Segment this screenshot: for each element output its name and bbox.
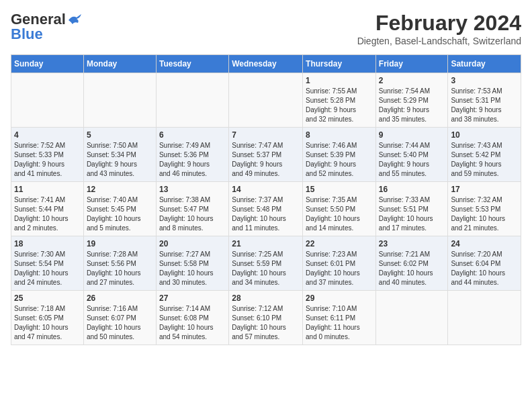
day-number: 27	[159, 293, 226, 303]
calendar-cell: 23Sunrise: 7:21 AM Sunset: 6:02 PM Dayli…	[375, 236, 448, 291]
calendar-cell: 27Sunrise: 7:14 AM Sunset: 6:08 PM Dayli…	[156, 291, 228, 345]
day-info: Sunrise: 7:47 AM Sunset: 5:37 PM Dayligh…	[232, 141, 300, 179]
calendar-week-row: 25Sunrise: 7:18 AM Sunset: 6:05 PM Dayli…	[11, 291, 521, 345]
calendar-cell: 28Sunrise: 7:12 AM Sunset: 6:10 PM Dayli…	[229, 291, 303, 345]
day-info: Sunrise: 7:44 AM Sunset: 5:40 PM Dayligh…	[379, 141, 445, 179]
day-number: 24	[451, 239, 518, 248]
day-info: Sunrise: 7:52 AM Sunset: 5:33 PM Dayligh…	[14, 141, 81, 179]
weekday-header-monday: Monday	[83, 55, 156, 73]
calendar-week-row: 18Sunrise: 7:30 AM Sunset: 5:54 PM Dayli…	[11, 236, 521, 291]
day-info: Sunrise: 7:41 AM Sunset: 5:44 PM Dayligh…	[14, 195, 81, 233]
day-info: Sunrise: 7:30 AM Sunset: 5:54 PM Dayligh…	[14, 250, 81, 287]
day-info: Sunrise: 7:27 AM Sunset: 5:58 PM Dayligh…	[159, 250, 226, 287]
day-number: 9	[379, 130, 445, 140]
calendar-cell: 14Sunrise: 7:37 AM Sunset: 5:48 PM Dayli…	[229, 182, 303, 236]
calendar-cell: 16Sunrise: 7:33 AM Sunset: 5:51 PM Dayli…	[375, 182, 448, 236]
day-info: Sunrise: 7:50 AM Sunset: 5:34 PM Dayligh…	[87, 141, 153, 179]
calendar-cell: 6Sunrise: 7:49 AM Sunset: 5:36 PM Daylig…	[156, 128, 228, 182]
calendar-cell	[156, 73, 228, 128]
day-info: Sunrise: 7:46 AM Sunset: 5:39 PM Dayligh…	[306, 141, 373, 179]
day-number: 2	[379, 76, 445, 85]
weekday-header-saturday: Saturday	[448, 55, 521, 73]
logo: General Blue	[11, 11, 82, 43]
calendar-week-row: 1Sunrise: 7:55 AM Sunset: 5:28 PM Daylig…	[11, 73, 521, 128]
calendar-cell: 10Sunrise: 7:43 AM Sunset: 5:42 PM Dayli…	[448, 128, 521, 182]
day-info: Sunrise: 7:43 AM Sunset: 5:42 PM Dayligh…	[451, 141, 518, 179]
day-number: 23	[379, 239, 445, 248]
day-info: Sunrise: 7:40 AM Sunset: 5:45 PM Dayligh…	[87, 195, 153, 233]
day-info: Sunrise: 7:33 AM Sunset: 5:51 PM Dayligh…	[379, 195, 445, 233]
day-number: 10	[451, 130, 518, 140]
day-info: Sunrise: 7:23 AM Sunset: 6:01 PM Dayligh…	[306, 250, 373, 287]
day-info: Sunrise: 7:14 AM Sunset: 6:08 PM Dayligh…	[159, 304, 226, 342]
calendar-cell: 9Sunrise: 7:44 AM Sunset: 5:40 PM Daylig…	[375, 128, 448, 182]
calendar-week-row: 4Sunrise: 7:52 AM Sunset: 5:33 PM Daylig…	[11, 128, 521, 182]
weekday-header-friday: Friday	[375, 55, 448, 73]
day-number: 14	[232, 185, 300, 194]
day-number: 26	[87, 293, 153, 303]
calendar-cell	[229, 73, 303, 128]
calendar-cell: 21Sunrise: 7:25 AM Sunset: 5:59 PM Dayli…	[229, 236, 303, 291]
day-number: 16	[379, 185, 445, 194]
day-info: Sunrise: 7:49 AM Sunset: 5:36 PM Dayligh…	[159, 141, 226, 179]
day-number: 29	[306, 293, 373, 303]
logo-bird-icon	[67, 13, 82, 26]
page-header: General Blue February 2024 Diegten, Base…	[11, 11, 521, 46]
day-number: 21	[232, 239, 300, 248]
calendar-cell: 19Sunrise: 7:28 AM Sunset: 5:56 PM Dayli…	[83, 236, 156, 291]
calendar-cell: 15Sunrise: 7:35 AM Sunset: 5:50 PM Dayli…	[303, 182, 376, 236]
day-number: 11	[14, 185, 81, 194]
calendar-cell: 5Sunrise: 7:50 AM Sunset: 5:34 PM Daylig…	[83, 128, 156, 182]
day-info: Sunrise: 7:18 AM Sunset: 6:05 PM Dayligh…	[14, 304, 81, 342]
day-number: 22	[306, 239, 373, 248]
day-number: 15	[306, 185, 373, 194]
calendar-cell	[11, 73, 84, 128]
logo-text-blue: Blue	[11, 26, 43, 43]
day-number: 1	[306, 76, 373, 85]
day-info: Sunrise: 7:55 AM Sunset: 5:28 PM Dayligh…	[306, 87, 373, 124]
calendar-cell: 22Sunrise: 7:23 AM Sunset: 6:01 PM Dayli…	[303, 236, 376, 291]
calendar-cell: 18Sunrise: 7:30 AM Sunset: 5:54 PM Dayli…	[11, 236, 84, 291]
day-number: 25	[14, 293, 81, 303]
calendar-cell: 7Sunrise: 7:47 AM Sunset: 5:37 PM Daylig…	[229, 128, 303, 182]
day-info: Sunrise: 7:54 AM Sunset: 5:29 PM Dayligh…	[379, 87, 445, 124]
weekday-header-thursday: Thursday	[303, 55, 376, 73]
calendar-table: SundayMondayTuesdayWednesdayThursdayFrid…	[11, 54, 521, 345]
day-info: Sunrise: 7:38 AM Sunset: 5:47 PM Dayligh…	[159, 195, 226, 233]
calendar-cell	[448, 291, 521, 345]
calendar-cell: 24Sunrise: 7:20 AM Sunset: 6:04 PM Dayli…	[448, 236, 521, 291]
day-info: Sunrise: 7:53 AM Sunset: 5:31 PM Dayligh…	[451, 87, 518, 124]
day-number: 3	[451, 76, 518, 85]
weekday-header-sunday: Sunday	[11, 55, 84, 73]
day-number: 17	[451, 185, 518, 194]
calendar-cell: 4Sunrise: 7:52 AM Sunset: 5:33 PM Daylig…	[11, 128, 84, 182]
weekday-header-tuesday: Tuesday	[156, 55, 228, 73]
calendar-cell: 29Sunrise: 7:10 AM Sunset: 6:11 PM Dayli…	[303, 291, 376, 345]
day-info: Sunrise: 7:12 AM Sunset: 6:10 PM Dayligh…	[232, 304, 300, 342]
day-info: Sunrise: 7:32 AM Sunset: 5:53 PM Dayligh…	[451, 195, 518, 233]
day-number: 4	[14, 130, 81, 140]
day-number: 6	[159, 130, 226, 140]
day-info: Sunrise: 7:37 AM Sunset: 5:48 PM Dayligh…	[232, 195, 300, 233]
calendar-week-row: 11Sunrise: 7:41 AM Sunset: 5:44 PM Dayli…	[11, 182, 521, 236]
day-info: Sunrise: 7:16 AM Sunset: 6:07 PM Dayligh…	[87, 304, 153, 342]
day-info: Sunrise: 7:20 AM Sunset: 6:04 PM Dayligh…	[451, 250, 518, 287]
day-number: 12	[87, 185, 153, 194]
calendar-cell: 20Sunrise: 7:27 AM Sunset: 5:58 PM Dayli…	[156, 236, 228, 291]
title-area: February 2024 Diegten, Basel-Landschaft,…	[357, 11, 521, 46]
calendar-cell: 12Sunrise: 7:40 AM Sunset: 5:45 PM Dayli…	[83, 182, 156, 236]
day-number: 8	[306, 130, 373, 140]
day-info: Sunrise: 7:10 AM Sunset: 6:11 PM Dayligh…	[306, 304, 373, 342]
day-number: 18	[14, 239, 81, 248]
weekday-header-wednesday: Wednesday	[229, 55, 303, 73]
calendar-cell: 2Sunrise: 7:54 AM Sunset: 5:29 PM Daylig…	[375, 73, 448, 128]
calendar-cell	[375, 291, 448, 345]
calendar-cell: 1Sunrise: 7:55 AM Sunset: 5:28 PM Daylig…	[303, 73, 376, 128]
calendar-cell: 13Sunrise: 7:38 AM Sunset: 5:47 PM Dayli…	[156, 182, 228, 236]
day-number: 20	[159, 239, 226, 248]
day-number: 19	[87, 239, 153, 248]
calendar-cell: 3Sunrise: 7:53 AM Sunset: 5:31 PM Daylig…	[448, 73, 521, 128]
day-number: 7	[232, 130, 300, 140]
month-title: February 2024	[357, 11, 521, 36]
day-number: 13	[159, 185, 226, 194]
